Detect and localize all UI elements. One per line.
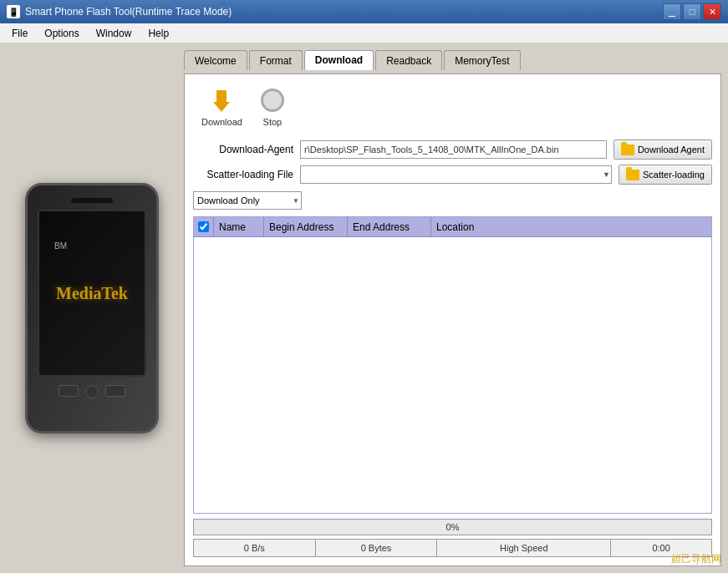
svg-rect-0 — [216, 90, 227, 102]
stop-label: Stop — [263, 117, 283, 127]
status-section: 0% 0 B/s 0 Bytes High Speed 0:00 — [193, 519, 712, 557]
scatter-button[interactable]: Scatter-loading — [619, 165, 712, 185]
phone-screen: MediaTek — [38, 210, 146, 377]
stop-button[interactable]: Stop — [259, 87, 286, 127]
file-table: Name Begin Address End Address Location — [193, 216, 712, 514]
download-agent-button[interactable]: Download Agent — [613, 139, 712, 160]
status-bytes: 0 Bytes — [316, 540, 438, 556]
phone-btn-home — [85, 385, 99, 398]
tab-download[interactable]: Download — [304, 50, 374, 70]
scatter-select[interactable] — [300, 165, 612, 184]
tab-readback[interactable]: Readback — [375, 50, 442, 70]
table-col-location: Location — [431, 217, 711, 236]
download-mode-row: Download Only Firmware Upgrade Format Al… — [193, 191, 712, 210]
title-bar: 📱 Smart Phone Flash Tool(Runtime Trace M… — [0, 0, 728, 23]
scatter-folder-icon — [626, 170, 639, 180]
download-agent-input[interactable] — [300, 140, 607, 159]
progress-bar-container: 0% — [193, 519, 712, 535]
table-header: Name Begin Address End Address Location — [194, 217, 711, 237]
menu-window[interactable]: Window — [88, 26, 140, 41]
scatter-loading-row: Scatter-loading File ▼ Scatter-loading — [193, 165, 712, 185]
download-icon — [208, 87, 235, 114]
menu-file[interactable]: File — [3, 26, 36, 41]
window-controls: _ □ ✕ — [663, 3, 721, 20]
download-agent-row: Download-Agent Download Agent — [193, 139, 712, 160]
table-col-begin: Begin Address — [264, 217, 348, 236]
tab-format[interactable]: Format — [249, 50, 303, 70]
table-col-name: Name — [214, 217, 264, 236]
maximize-button[interactable]: □ — [683, 3, 701, 20]
menu-help[interactable]: Help — [140, 26, 177, 41]
phone-btn-left — [59, 385, 79, 397]
close-button[interactable]: ✕ — [703, 3, 721, 20]
stop-icon — [259, 87, 286, 114]
window-title: Smart Phone Flash Tool(Runtime Trace Mod… — [25, 6, 663, 18]
scatter-btn-label: Scatter-loading — [643, 170, 705, 180]
phone-panel: BM MediaTek — [0, 43, 184, 573]
toolbar: Download Stop — [193, 83, 712, 131]
progress-text: 0% — [446, 522, 460, 532]
table-col-end: End Address — [348, 217, 431, 236]
mediatek-logo: MediaTek — [56, 284, 128, 303]
panel-content: Download Stop Download-Agent Do — [184, 74, 721, 566]
app-icon: 📱 — [7, 5, 20, 18]
folder-icon — [621, 145, 634, 155]
menu-bar: File Options Window Help — [0, 23, 728, 43]
status-speed: 0 B/s — [194, 540, 316, 556]
main-content: BM MediaTek Welcome Format Download Read… — [0, 43, 728, 573]
download-agent-label: Download-Agent — [193, 144, 293, 155]
tab-bar: Welcome Format Download Readback MemoryT… — [184, 50, 721, 70]
scatter-label: Scatter-loading File — [193, 169, 293, 180]
right-panel: Welcome Format Download Readback MemoryT… — [184, 43, 728, 573]
phone-screen-inner: MediaTek — [39, 211, 145, 375]
menu-options[interactable]: Options — [36, 26, 87, 41]
download-mode-select[interactable]: Download Only Firmware Upgrade Format Al… — [193, 191, 302, 210]
tab-memorytest[interactable]: MemoryTest — [444, 50, 520, 70]
status-time: 0:00 — [611, 540, 711, 556]
status-bar: 0 B/s 0 Bytes High Speed 0:00 — [193, 539, 712, 557]
table-body — [194, 237, 711, 513]
phone-buttons — [59, 385, 125, 398]
status-mode: High Speed — [437, 540, 611, 556]
table-header-checkbox[interactable] — [198, 221, 209, 232]
scatter-select-wrapper: ▼ — [300, 165, 612, 184]
form-section: Download-Agent Download Agent Scatter-lo… — [193, 139, 712, 185]
phone-btn-right — [105, 385, 125, 397]
minimize-button[interactable]: _ — [663, 3, 681, 20]
svg-marker-1 — [213, 102, 230, 112]
table-header-checkbox-cell — [194, 217, 214, 236]
phone-speaker — [71, 198, 113, 203]
download-button[interactable]: Download — [201, 87, 242, 127]
phone-bm-label: BM — [54, 241, 67, 251]
tab-welcome[interactable]: Welcome — [184, 50, 247, 70]
download-mode-wrapper: Download Only Firmware Upgrade Format Al… — [193, 191, 302, 210]
download-label: Download — [201, 117, 242, 127]
phone-device: BM MediaTek — [25, 183, 159, 434]
download-agent-btn-label: Download Agent — [638, 145, 705, 155]
